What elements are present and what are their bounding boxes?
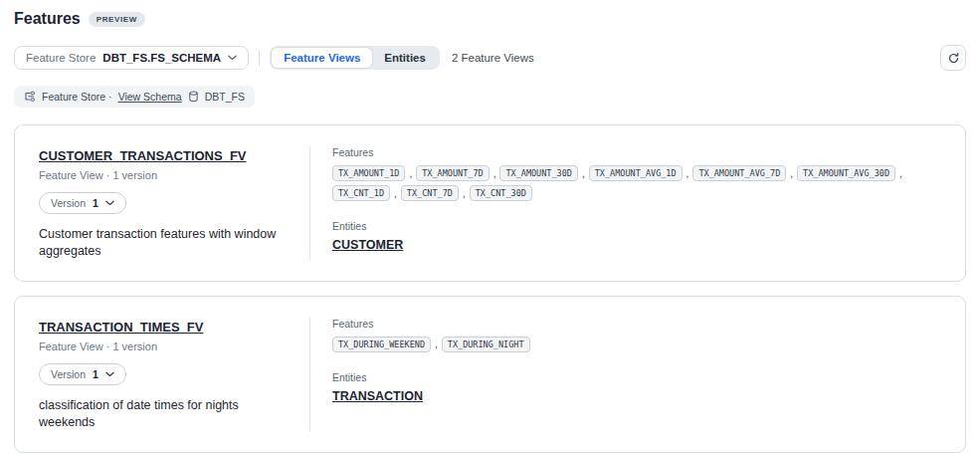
chip-separator: , [463, 188, 466, 199]
feature-store-value: DBT_FS.FS_SCHEMA [102, 52, 221, 64]
chip-separator: , [686, 168, 689, 179]
feature-chip-list: TX_AMOUNT_1D,TX_AMOUNT_7D,TX_AMOUNT_30D,… [332, 165, 941, 201]
chip-separator: , [435, 339, 438, 349]
feature-chip: TX_AMOUNT_30D [499, 165, 578, 181]
page-title: Features [14, 10, 81, 28]
chip-separator: , [790, 168, 793, 179]
feature-chip: TX_CNT_30D [470, 185, 532, 201]
feature-chip: TX_DURING_WEEKEND [332, 337, 431, 352]
tab-entities[interactable]: Entities [372, 48, 438, 68]
entities-section-label: Entities [332, 371, 941, 383]
card-details: Features TX_AMOUNT_1D,TX_AMOUNT_7D,TX_AM… [309, 146, 941, 260]
chevron-down-icon [228, 55, 237, 61]
tab-feature-views[interactable]: Feature Views [272, 48, 372, 68]
features-page: Features PREVIEW Feature Store DBT_FS.FS… [0, 0, 980, 453]
feature-store-label: Feature Store [26, 52, 96, 64]
feature-chip: TX_CNT_7D [401, 185, 459, 201]
feature-views-count: 2 Feature Views [452, 52, 534, 64]
feature-store-dropdown[interactable]: Feature Store DBT_FS.FS_SCHEMA [14, 46, 249, 70]
card-summary: TRANSACTION_TIMES_FV Feature View · 1 ve… [39, 318, 309, 431]
feature-chip: TX_AMOUNT_AVG_1D [589, 165, 683, 181]
feature-chip: TX_AMOUNT_1D [332, 165, 405, 181]
preview-badge: PREVIEW [89, 12, 145, 27]
toolbar-divider [259, 50, 260, 66]
version-label: Version [51, 368, 86, 380]
features-section-label: Features [332, 318, 941, 330]
feature-view-description: classification of date times for nights … [39, 397, 286, 431]
features-section-label: Features [332, 146, 941, 158]
chip-separator: , [582, 168, 585, 179]
chip-separator: , [899, 168, 902, 179]
feature-chip: TX_AMOUNT_AVG_30D [797, 165, 895, 181]
schema-tree-icon [24, 91, 36, 103]
version-dropdown[interactable]: Version 1 [39, 363, 126, 385]
version-dropdown[interactable]: Version 1 [39, 192, 126, 214]
feature-view-list: CUSTOMER_TRANSACTIONS_FV Feature View · … [14, 124, 966, 453]
feature-chip: TX_CNT_1D [332, 185, 390, 201]
entity-link[interactable]: CUSTOMER [332, 238, 403, 252]
view-schema-link[interactable]: View Schema [118, 91, 182, 103]
feature-chip: TX_DURING_NIGHT [442, 337, 530, 352]
page-header: Features PREVIEW [14, 10, 966, 28]
chip-separator: , [493, 168, 496, 179]
breadcrumb-store-label: Feature Store · [42, 91, 112, 103]
entities-section-label: Entities [332, 220, 941, 232]
feature-view-subtitle: Feature View · 1 version [39, 169, 290, 181]
chip-separator: , [409, 168, 412, 179]
chevron-down-icon [105, 200, 114, 206]
toolbar: Feature Store DBT_FS.FS_SCHEMA Feature V… [14, 45, 966, 71]
refresh-icon [947, 52, 960, 65]
chevron-down-icon [105, 371, 114, 377]
feature-view-subtitle: Feature View · 1 version [39, 340, 290, 352]
view-switcher: Feature Views Entities [270, 46, 440, 70]
version-value: 1 [93, 197, 98, 209]
feature-view-description: Customer transaction features with windo… [39, 226, 286, 260]
feature-view-card: CUSTOMER_TRANSACTIONS_FV Feature View · … [14, 124, 966, 282]
breadcrumb-database-name: DBT_FS [205, 91, 245, 103]
feature-view-name-link[interactable]: CUSTOMER_TRANSACTIONS_FV [39, 148, 247, 163]
card-summary: CUSTOMER_TRANSACTIONS_FV Feature View · … [39, 146, 309, 260]
entities-section: Entities CUSTOMER [332, 220, 941, 253]
breadcrumb: Feature Store · View Schema DBT_FS [14, 86, 255, 108]
entities-section: Entities TRANSACTION [332, 371, 941, 404]
feature-view-card: TRANSACTION_TIMES_FV Feature View · 1 ve… [14, 296, 966, 453]
feature-chip-list: TX_DURING_WEEKEND,TX_DURING_NIGHT [332, 337, 941, 352]
chip-separator: , [394, 188, 397, 199]
feature-chip: TX_AMOUNT_AVG_7D [692, 165, 786, 181]
card-details: Features TX_DURING_WEEKEND,TX_DURING_NIG… [309, 318, 941, 431]
version-label: Version [51, 197, 86, 209]
feature-chip: TX_AMOUNT_7D [416, 165, 489, 181]
feature-view-name-link[interactable]: TRANSACTION_TIMES_FV [39, 320, 203, 335]
refresh-button[interactable] [940, 45, 966, 71]
entity-link[interactable]: TRANSACTION [332, 389, 423, 403]
version-value: 1 [93, 368, 98, 380]
database-icon [188, 91, 199, 103]
